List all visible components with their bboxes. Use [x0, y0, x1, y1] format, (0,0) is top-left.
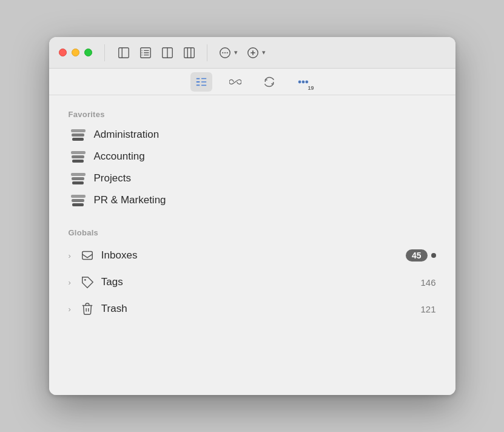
- globals-list: › Inboxes 45 ›: [66, 242, 438, 322]
- more-options-button[interactable]: ▾: [218, 46, 238, 59]
- sync-icon: [263, 76, 275, 88]
- add-circle-icon: [246, 46, 260, 59]
- chevron-right-icon-trash: ›: [69, 305, 71, 314]
- stack-icon-accounting: [71, 150, 86, 163]
- sidebar-toggle-icon[interactable]: [117, 46, 130, 59]
- global-label-tags: Tags: [101, 276, 415, 288]
- inbox-icon: [79, 248, 95, 263]
- tag-icon: [79, 274, 95, 290]
- titlebar-icons: ▾ ▾: [117, 44, 266, 61]
- filter-list-button[interactable]: [190, 72, 212, 92]
- toolbar: 19: [49, 69, 455, 95]
- filter-list-icon: [195, 76, 207, 88]
- favorite-item-accounting[interactable]: Accounting: [66, 146, 438, 167]
- stack-layer-1: [71, 173, 86, 176]
- svg-rect-11: [184, 47, 194, 58]
- content-view-icon[interactable]: [139, 46, 152, 59]
- favorites-list: Administration Accounting Projects: [66, 124, 438, 211]
- chevron-right-icon-inboxes: ›: [69, 251, 71, 260]
- svg-point-31: [84, 279, 86, 281]
- detail-icon: [183, 46, 196, 59]
- titlebar-divider: [104, 44, 105, 61]
- stack-layer-1: [71, 195, 86, 198]
- svg-point-17: [226, 52, 227, 53]
- stack-layer-2: [72, 199, 85, 202]
- trash-icon: [79, 301, 95, 317]
- traffic-lights: [59, 49, 92, 56]
- favorite-label-accounting: Accounting: [94, 150, 145, 163]
- maximize-button[interactable]: [84, 49, 92, 56]
- sync-button[interactable]: [258, 72, 280, 92]
- infinity-button[interactable]: [224, 72, 246, 92]
- stack-icon-pr-marketing: [71, 194, 86, 207]
- stack-icon-administration: [71, 128, 86, 141]
- globals-section-header: Globals: [66, 228, 438, 237]
- detail-view-icon[interactable]: [183, 46, 196, 59]
- stack-layer-2: [72, 155, 85, 158]
- titlebar-divider-2: [207, 44, 207, 61]
- close-button[interactable]: [59, 49, 67, 56]
- trash-count: 121: [420, 304, 435, 314]
- global-label-inboxes: Inboxes: [101, 249, 400, 262]
- columns-icon: [161, 46, 174, 59]
- stack-layer-3: [72, 160, 84, 163]
- stack-layer-3: [72, 181, 84, 184]
- svg-point-29: [306, 81, 307, 83]
- more-circle-icon: [218, 46, 232, 59]
- favorite-label-projects: Projects: [94, 172, 131, 184]
- tags-count: 146: [420, 277, 435, 288]
- stack-layer-1: [71, 129, 86, 132]
- global-item-inboxes[interactable]: › Inboxes 45: [66, 242, 438, 269]
- inbox-badge-group: 45: [406, 249, 436, 262]
- dot-indicator: [431, 253, 436, 258]
- stack-layer-1: [71, 151, 86, 154]
- minimize-button[interactable]: [72, 49, 79, 56]
- app-window: ▾ ▾: [49, 37, 455, 395]
- favorite-item-projects[interactable]: Projects: [66, 167, 438, 189]
- favorites-section-header: Favorites: [66, 110, 438, 119]
- svg-point-27: [298, 81, 300, 83]
- stack-layer-2: [72, 133, 85, 137]
- global-label-trash: Trash: [101, 303, 415, 315]
- titlebar: ▾ ▾: [49, 37, 455, 69]
- inbox-count-badge: 45: [406, 249, 428, 262]
- favorite-item-administration[interactable]: Administration: [66, 124, 438, 146]
- stack-layer-3: [72, 138, 84, 141]
- stack-layer-3: [72, 203, 84, 206]
- badge-count: 19: [307, 85, 314, 91]
- svg-point-16: [224, 52, 225, 53]
- chevron-right-icon-tags: ›: [69, 278, 71, 287]
- list-view-icon: [139, 46, 152, 59]
- chevron-down-icon: ▾: [234, 49, 238, 56]
- favorite-item-pr-marketing[interactable]: PR & Marketing: [66, 189, 438, 211]
- sidebar-icon: [117, 46, 130, 59]
- svg-rect-0: [118, 47, 129, 58]
- infinity-icon: [229, 76, 241, 88]
- main-content: Favorites Administration Accounting: [49, 95, 455, 395]
- split-view-icon[interactable]: [161, 46, 174, 59]
- chevron-down-icon-2: ▾: [262, 49, 266, 56]
- stack-layer-2: [72, 177, 85, 180]
- global-item-tags[interactable]: › Tags 146: [66, 269, 438, 295]
- favorite-label-pr-marketing: PR & Marketing: [94, 194, 166, 206]
- more-dots-button[interactable]: 19: [292, 72, 314, 92]
- svg-point-15: [222, 52, 223, 53]
- svg-point-28: [302, 81, 304, 83]
- add-button[interactable]: ▾: [246, 46, 266, 59]
- favorite-label-administration: Administration: [94, 129, 160, 141]
- global-item-trash[interactable]: › Trash 121: [66, 295, 438, 322]
- stack-icon-projects: [71, 172, 86, 185]
